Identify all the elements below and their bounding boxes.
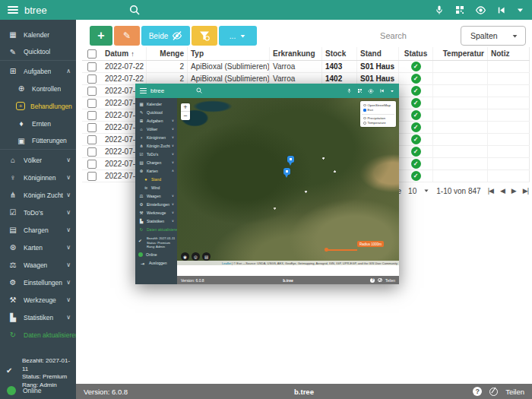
layer-option-temperature[interactable]: Temperature [362, 121, 394, 126]
rows-per-page-value[interactable]: 10 [408, 187, 416, 195]
sidebar-item-k-nigin-zucht[interactable]: ⋔Königin Zucht∨ [135, 141, 177, 150]
caret-down-icon[interactable] [423, 188, 429, 194]
apps-icon[interactable] [357, 88, 363, 93]
help-icon[interactable]: ? [473, 387, 482, 396]
sidebar-item-v-lker[interactable]: ⌂Völker∨ [135, 125, 177, 133]
sidebar-item-waagen[interactable]: ⚖Waagen∨ [0, 256, 76, 274]
col-temperatur[interactable]: Temperatur [433, 47, 488, 60]
share-label[interactable]: Teilen [505, 388, 524, 396]
sidebar-item-einstellungen[interactable]: ⚙Einstellungen∨ [0, 274, 76, 291]
row-checkbox[interactable] [87, 74, 97, 84]
leaflet-link[interactable]: Leaflet [222, 261, 231, 265]
radius-slider[interactable] [327, 249, 357, 251]
search-input[interactable] [342, 26, 445, 46]
last-page-icon[interactable]: ▶| [523, 187, 528, 195]
table-row[interactable]: 2022-07-222ApiBioxal (Sublimieren)Varroa… [82, 61, 530, 73]
select-all-checkbox[interactable] [87, 49, 97, 59]
col-status[interactable]: Status [399, 47, 433, 60]
row-checkbox[interactable] [87, 135, 97, 144]
add-button[interactable]: + [90, 26, 112, 46]
marker-icon[interactable]: ◉ [181, 252, 189, 261]
eye-icon[interactable] [475, 5, 486, 16]
sidebar-item-daten-aktualisieren[interactable]: ↻Daten aktualisieren [0, 326, 76, 344]
col-notiz[interactable]: Notiz [488, 47, 530, 60]
skip-back-icon[interactable] [379, 88, 385, 93]
both-toggle-button[interactable]: Beide [141, 26, 190, 46]
row-checkbox[interactable] [87, 87, 97, 96]
zoom-out-button[interactable]: − [181, 112, 190, 120]
sidebar-item-todo-s[interactable]: ☑ToDo's∨ [135, 150, 177, 158]
radio-icon[interactable] [363, 117, 366, 120]
connection-icon[interactable] [378, 278, 382, 283]
row-checkbox[interactable] [87, 111, 97, 120]
sidebar-item-quicktool[interactable]: ✎Quicktool [0, 43, 76, 61]
satellite-map[interactable]: + − OpenStreetMapEsri PrecipitationTempe… [177, 98, 399, 265]
row-checkbox[interactable] [87, 172, 97, 181]
row-checkbox[interactable] [87, 147, 97, 157]
layer-option-esri[interactable]: Esri [362, 108, 394, 113]
caret-down-icon[interactable] [516, 6, 524, 14]
hamburger-menu-icon[interactable] [140, 88, 147, 93]
row-checkbox[interactable] [87, 99, 97, 108]
microphone-icon[interactable] [347, 88, 352, 93]
sidebar-item-chargen[interactable]: ▤Chargen∨ [135, 158, 177, 166]
more-actions-button[interactable]: ... [219, 26, 257, 46]
previous-page-icon[interactable]: ◀ [500, 187, 505, 195]
sidebar-item-statistiken[interactable]: ▙Statistiken∨ [0, 309, 76, 326]
radius-badge[interactable]: Radius 1000m [357, 241, 384, 247]
radio-icon[interactable] [363, 109, 366, 112]
sidebar-item-stand[interactable]: ●Stand [135, 175, 177, 183]
sidebar-item-wind[interactable]: ≋Wind [135, 183, 177, 192]
row-checkbox[interactable] [87, 160, 97, 169]
skip-back-icon[interactable] [496, 5, 506, 15]
row-checkbox[interactable] [87, 123, 97, 132]
col-erkrankung[interactable]: Erkrankung [270, 47, 322, 60]
logout-item[interactable]: ⇥ Ausloggen [138, 261, 177, 266]
row-checkbox[interactable] [87, 62, 97, 71]
sidebar-item-waagen[interactable]: ⚖Waagen∨ [135, 192, 177, 200]
col-menge[interactable]: Menge [147, 47, 188, 60]
sidebar-item-statistiken[interactable]: ▙Statistiken∨ [135, 217, 177, 225]
map-marker[interactable] [283, 168, 290, 175]
sidebar-item-einstellungen[interactable]: ⚙Einstellungen∨ [135, 200, 177, 208]
sidebar-item-behandlungen[interactable]: +Behandlungen [0, 97, 76, 115]
connection-icon[interactable] [489, 388, 498, 396]
first-page-icon[interactable]: |◀ [488, 187, 493, 195]
sidebar-item-karten[interactable]: ⊛Karten∧ [135, 166, 177, 175]
sidebar-item-werkzeuge[interactable]: ⚒Werkzeuge∨ [0, 291, 76, 309]
sidebar-item-k-nigin-zucht[interactable]: ⋔Königin Zucht∨ [0, 186, 76, 204]
col-datum[interactable]: Datum↑ [102, 47, 147, 60]
hamburger-menu-icon[interactable] [8, 6, 18, 14]
zoom-in-button[interactable]: + [181, 103, 190, 112]
printer-icon[interactable]: ▤ [202, 252, 211, 261]
sidebar-item-aufgaben[interactable]: ⊞Aufgaben∨ [135, 116, 177, 125]
caret-down-icon[interactable] [390, 89, 394, 93]
sidebar-item-k-niginnen[interactable]: ♀Königinnen∨ [0, 169, 76, 186]
col-typ[interactable]: Typ [188, 47, 270, 60]
col-stock[interactable]: Stock [322, 47, 357, 60]
edit-button[interactable]: ✎ [114, 26, 140, 46]
columns-dropdown[interactable]: Spalten [461, 26, 526, 46]
search-icon[interactable] [196, 87, 202, 93]
eye-icon[interactable] [368, 88, 374, 94]
help-icon[interactable]: ? [370, 278, 375, 283]
sidebar-item-kalender[interactable]: ▦Kalender [135, 100, 177, 108]
sidebar-item-chargen[interactable]: ▤Chargen∨ [0, 221, 76, 239]
sidebar-item-werkzeuge[interactable]: ⚒Werkzeuge∨ [135, 208, 177, 217]
share-label[interactable]: Teilen [385, 278, 395, 283]
filter-button[interactable] [192, 26, 217, 46]
next-page-icon[interactable]: ▶ [511, 187, 516, 195]
sidebar-item-karten[interactable]: ⊛Karten∨ [0, 239, 76, 256]
target-icon[interactable]: ◎ [192, 252, 200, 261]
sidebar-item-kontrollen[interactable]: ⊕Kontrollen [0, 80, 76, 97]
map-marker[interactable] [287, 156, 294, 163]
radio-icon[interactable] [363, 122, 366, 125]
microphone-icon[interactable] [434, 5, 445, 15]
apps-icon[interactable] [454, 5, 465, 15]
sidebar-item-v-lker[interactable]: ⌂Völker∨ [0, 151, 76, 169]
sidebar-item-todo-s[interactable]: ☑ToDo's∨ [0, 204, 76, 221]
search-icon[interactable] [129, 5, 140, 15]
sidebar-item-ernten[interactable]: ♦Ernten [0, 115, 76, 132]
sidebar-item-k-niginnen[interactable]: ♀Königinnen∨ [135, 133, 177, 141]
radio-icon[interactable] [363, 104, 366, 107]
